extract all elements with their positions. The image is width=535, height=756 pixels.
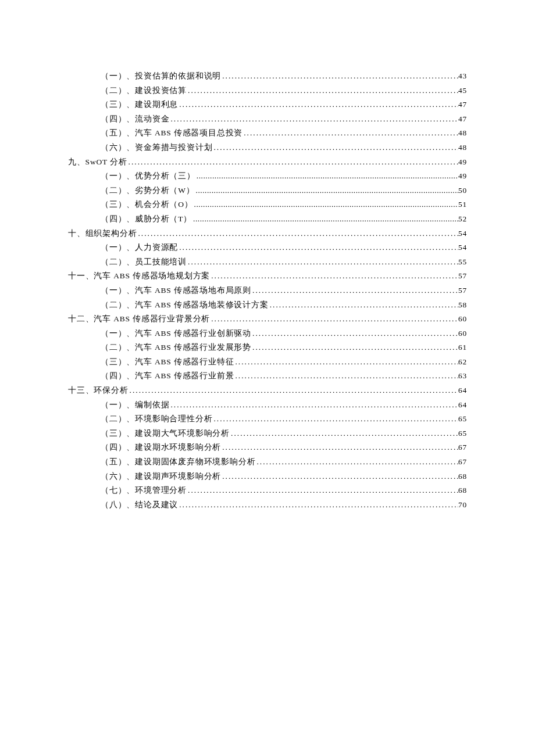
toc-entry-page: 70 bbox=[458, 498, 467, 513]
toc-entry-title: （二）、建设投资估算 bbox=[101, 84, 187, 98]
toc-entry-title: （六）、建设期声环境影响分析 bbox=[101, 470, 221, 484]
toc-entry-title: （一）、汽车 ABS 传感器行业创新驱动 bbox=[101, 327, 251, 341]
toc-entry-title: （三）、建设期利息 bbox=[101, 98, 178, 112]
toc-entry: （二）、建设投资估算..............................… bbox=[68, 84, 467, 98]
toc-entry-title: （二）、劣势分析（W） bbox=[101, 184, 195, 198]
toc-entry-page: 50 bbox=[458, 184, 467, 198]
toc-entry-page: 68 bbox=[458, 470, 467, 484]
toc-entry: （四）、威胁分析（T）.............................… bbox=[68, 212, 467, 227]
toc-entry: （五）、建设期固体废弃物环境影响分析......................… bbox=[68, 455, 467, 470]
toc-entry: （一）、汽车 ABS 传感器场地布局原则....................… bbox=[68, 284, 467, 298]
toc-entry-title: （四）、汽车 ABS 传感器行业前景 bbox=[101, 369, 234, 384]
toc-entry-title: （二）、员工技能培训 bbox=[101, 255, 187, 270]
toc-entry: （五）、汽车 ABS 传感器项目总投资.....................… bbox=[68, 126, 467, 141]
toc-entry-title: （一）、投资估算的依据和说明 bbox=[101, 69, 221, 84]
toc-leader-dots: ........................................… bbox=[169, 398, 458, 413]
toc-entry-page: 47 bbox=[458, 112, 467, 127]
toc-entry-title: （一）、汽车 ABS 传感器场地布局原则 bbox=[101, 284, 251, 298]
toc-leader-dots: ........................................… bbox=[129, 384, 458, 398]
toc-entry: （二）、汽车 ABS 传感器场地装修设计方案..................… bbox=[68, 298, 467, 313]
toc-entry: （一）、编制依据................................… bbox=[68, 398, 467, 413]
toc-entry-title: 十三、环保分析 bbox=[68, 384, 129, 398]
toc-leader-dots: ........................................… bbox=[234, 369, 458, 384]
toc-entry: （四）、汽车 ABS 传感器行业前景......................… bbox=[68, 369, 467, 384]
toc-leader-dots: ........................................… bbox=[192, 212, 458, 227]
toc-entry: （二）、劣势分析（W）.............................… bbox=[68, 184, 467, 198]
toc-entry: （四）、建设期水环境影响分析..........................… bbox=[68, 440, 467, 455]
toc-entry-page: 65 bbox=[458, 412, 467, 427]
toc-entry-page: 45 bbox=[458, 84, 467, 98]
toc-entry-page: 43 bbox=[458, 69, 467, 84]
toc-entry-page: 62 bbox=[458, 355, 467, 370]
toc-entry: （三）、机会分析（O）.............................… bbox=[68, 198, 467, 212]
toc-entry: （一）、人力资源配...............................… bbox=[68, 241, 467, 255]
toc-entry-page: 48 bbox=[458, 126, 467, 141]
toc-entry: （四）、流动资金................................… bbox=[68, 112, 467, 127]
toc-entry: 十二、汽车 ABS 传感器行业背景分析.....................… bbox=[68, 312, 467, 327]
toc-leader-dots: ........................................… bbox=[127, 155, 458, 170]
toc-leader-dots: ........................................… bbox=[178, 498, 458, 513]
toc-entry-title: （二）、汽车 ABS 传感器行业发展形势 bbox=[101, 341, 251, 355]
toc-leader-dots: ........................................… bbox=[193, 198, 458, 212]
toc-entry: （三）、建设期大气环境影响分析.........................… bbox=[68, 427, 467, 441]
toc-entry-title: （二）、汽车 ABS 传感器场地装修设计方案 bbox=[101, 298, 269, 313]
toc-leader-dots: ........................................… bbox=[242, 126, 458, 141]
toc-leader-dots: ........................................… bbox=[251, 341, 458, 355]
toc-entry-title: （三）、汽车 ABS 传感器行业特征 bbox=[101, 355, 234, 370]
toc-entry-page: 57 bbox=[458, 269, 467, 284]
toc-leader-dots: ........................................… bbox=[187, 483, 458, 498]
toc-leader-dots: ........................................… bbox=[178, 241, 458, 255]
toc-entry-title: （一）、人力资源配 bbox=[101, 241, 178, 255]
toc-entry-title: （一）、编制依据 bbox=[101, 398, 169, 413]
toc-entry-title: （三）、机会分析（O） bbox=[101, 198, 193, 212]
toc-leader-dots: ........................................… bbox=[221, 69, 458, 84]
toc-entry-title: （五）、建设期固体废弃物环境影响分析 bbox=[101, 455, 255, 470]
toc-leader-dots: ........................................… bbox=[234, 355, 458, 370]
toc-entry-page: 67 bbox=[458, 455, 467, 470]
toc-entry-page: 49 bbox=[458, 169, 467, 184]
toc-entry: 九、SwOT 分析...............................… bbox=[68, 155, 467, 170]
toc-entry-title: （四）、威胁分析（T） bbox=[101, 212, 192, 227]
toc-entry-page: 64 bbox=[458, 398, 467, 413]
toc-entry: （一）、优势分析（三）.............................… bbox=[68, 169, 467, 184]
toc-entry-page: 54 bbox=[458, 241, 467, 255]
toc-leader-dots: ........................................… bbox=[210, 312, 458, 327]
toc-leader-dots: ........................................… bbox=[178, 98, 458, 112]
toc-entry-page: 60 bbox=[458, 327, 467, 341]
toc-leader-dots: ........................................… bbox=[195, 169, 458, 184]
toc-entry: （三）、建设期利息...............................… bbox=[68, 98, 467, 112]
toc-leader-dots: ........................................… bbox=[210, 269, 458, 284]
toc-entry: （一）、汽车 ABS 传感器行业创新驱动....................… bbox=[68, 327, 467, 341]
toc-leader-dots: ........................................… bbox=[169, 112, 458, 127]
toc-entry-title: （四）、建设期水环境影响分析 bbox=[101, 440, 221, 455]
toc-entry-page: 57 bbox=[458, 284, 467, 298]
toc-entry-title: （八）、结论及建议 bbox=[101, 498, 178, 513]
toc-entry: （二）、汽车 ABS 传感器行业发展形势....................… bbox=[68, 341, 467, 355]
toc-entry-page: 65 bbox=[458, 427, 467, 441]
toc-entry: （一）、投资估算的依据和说明..........................… bbox=[68, 69, 467, 84]
toc-leader-dots: ........................................… bbox=[251, 327, 458, 341]
toc-entry-page: 47 bbox=[458, 98, 467, 112]
toc-leader-dots: ........................................… bbox=[187, 84, 458, 98]
toc-entry-page: 51 bbox=[458, 198, 467, 212]
toc-leader-dots: ........................................… bbox=[212, 141, 458, 155]
toc-entry-page: 64 bbox=[458, 384, 467, 398]
toc-leader-dots: ........................................… bbox=[255, 455, 458, 470]
toc-entry-title: （七）、环境管理分析 bbox=[101, 483, 187, 498]
toc-leader-dots: ........................................… bbox=[221, 440, 458, 455]
toc-entry-page: 67 bbox=[458, 440, 467, 455]
toc-entry-title: （六）、资金筹措与投资计划 bbox=[101, 141, 212, 155]
toc-leader-dots: ........................................… bbox=[221, 470, 458, 484]
toc-entry: （二）、员工技能培训..............................… bbox=[68, 255, 467, 270]
toc-entry: （二）、环境影响合理性分析...........................… bbox=[68, 412, 467, 427]
toc-entry-title: 十二、汽车 ABS 传感器行业背景分析 bbox=[68, 312, 210, 327]
toc-entry: （六）、建设期声环境影响分析..........................… bbox=[68, 470, 467, 484]
toc-entry-title: 十、组织架构分析 bbox=[68, 227, 137, 241]
toc-entry-title: （三）、建设期大气环境影响分析 bbox=[101, 427, 230, 441]
toc-entry-page: 54 bbox=[458, 227, 467, 241]
toc-leader-dots: ........................................… bbox=[230, 427, 458, 441]
toc-leader-dots: ........................................… bbox=[212, 412, 458, 427]
toc-leader-dots: ........................................… bbox=[269, 298, 458, 313]
toc-entry-title: （四）、流动资金 bbox=[101, 112, 169, 127]
toc-leader-dots: ........................................… bbox=[195, 184, 458, 198]
